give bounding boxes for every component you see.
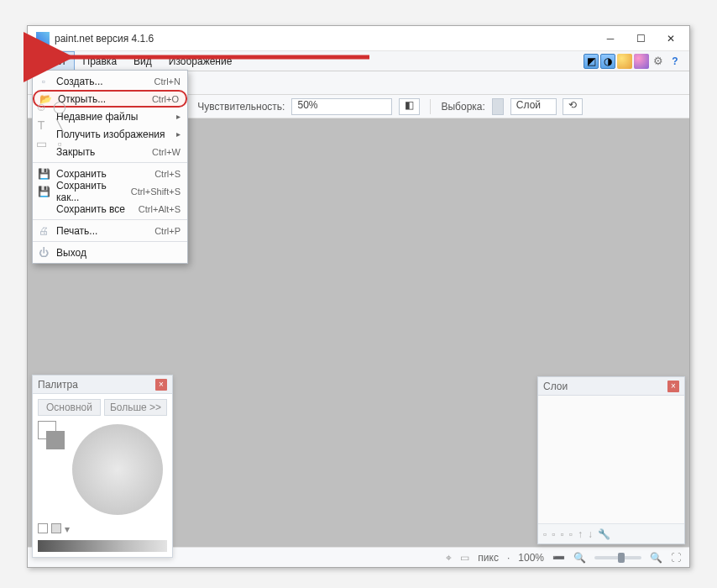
submenu-arrow-icon: ▸ bbox=[176, 112, 181, 121]
settings-icon[interactable]: ⚙ bbox=[651, 54, 666, 69]
maximize-button[interactable]: ☐ bbox=[625, 27, 656, 50]
zoom-value: 100% bbox=[518, 552, 544, 564]
app-icon bbox=[36, 32, 50, 45]
more-button[interactable]: Больше >> bbox=[104, 399, 167, 416]
menu-separator bbox=[33, 162, 187, 163]
menubar: Файл Правка Вид Изображение ◩ ◑ ⚙ ? bbox=[28, 51, 689, 71]
color-wheel[interactable] bbox=[72, 424, 163, 515]
help-icon[interactable]: ? bbox=[667, 54, 683, 69]
toolbox: ☺◯ T╲ ▭▫ bbox=[33, 98, 68, 152]
zoom-in-icon[interactable]: 🔍 bbox=[650, 552, 662, 564]
delete-layer-icon[interactable]: ▫ bbox=[552, 528, 555, 540]
titlebar: paint.net версия 4.1.6 ─ ☐ ✕ bbox=[28, 26, 689, 51]
menu-separator bbox=[33, 241, 187, 242]
exit-icon: ⏻ bbox=[38, 247, 50, 259]
selection-size-icon: ▭ bbox=[460, 552, 469, 564]
selection-mode-icon[interactable]: ⟲ bbox=[563, 98, 583, 115]
menu-view[interactable]: Вид bbox=[125, 51, 160, 71]
palette-title: Палитра bbox=[38, 379, 78, 391]
tool-line-icon[interactable]: ╲ bbox=[51, 117, 68, 134]
secondary-swatch[interactable] bbox=[46, 431, 65, 449]
menu-item-exit[interactable]: ⏻ Выход bbox=[33, 244, 187, 261]
history-window-icon[interactable]: ◑ bbox=[600, 54, 615, 69]
window-title: paint.net версия 4.1.6 bbox=[55, 33, 595, 45]
menu-edit[interactable]: Правка bbox=[75, 51, 126, 71]
submenu-arrow-icon: ▸ bbox=[176, 129, 181, 139]
palette-header[interactable]: Палитра × bbox=[33, 375, 172, 394]
recent-color[interactable] bbox=[38, 523, 48, 533]
menu-item-saveall[interactable]: Сохранить все Ctrl+Alt+S bbox=[33, 200, 187, 218]
tolerance-label: Чувствительность: bbox=[197, 101, 285, 113]
fullscreen-icon[interactable]: ⛶ bbox=[671, 552, 681, 564]
colors-window-icon[interactable] bbox=[634, 54, 649, 69]
tolerance-input[interactable]: 50% bbox=[291, 98, 392, 115]
chevron-down-icon[interactable]: ▾ bbox=[65, 523, 70, 535]
gradient-strip[interactable] bbox=[38, 540, 167, 552]
tools-window-icon[interactable]: ◩ bbox=[584, 54, 599, 69]
new-file-icon: ▫ bbox=[38, 76, 50, 87]
tolerance-mode-icon[interactable]: ◧ bbox=[399, 98, 420, 115]
duplicate-layer-icon[interactable]: ▫ bbox=[561, 528, 564, 540]
move-down-icon[interactable]: ↓ bbox=[588, 528, 593, 540]
merge-layer-icon[interactable]: ▫ bbox=[569, 528, 573, 540]
move-up-icon[interactable]: ↑ bbox=[578, 528, 583, 540]
tool-rect-icon[interactable]: ▭ bbox=[33, 135, 50, 152]
menu-item-print[interactable]: 🖨 Печать... Ctrl+P bbox=[33, 222, 187, 239]
layers-window-icon[interactable] bbox=[617, 54, 632, 69]
menu-separator bbox=[33, 219, 187, 220]
layers-panel[interactable]: Слои × ▫ ▫ ▫ ▫ ↑ ↓ 🔧 bbox=[537, 376, 685, 544]
recent-color[interactable] bbox=[51, 523, 61, 533]
menu-item-create[interactable]: ▫ Создать... Ctrl+N bbox=[33, 72, 187, 90]
close-icon[interactable]: × bbox=[155, 379, 167, 391]
utility-icons: ◩ ◑ ⚙ ? bbox=[584, 51, 686, 71]
tool-person-icon[interactable]: ☺ bbox=[33, 98, 50, 115]
menu-item-saveas[interactable]: 💾 Сохранить как... Ctrl+Shift+S bbox=[33, 182, 187, 200]
zoom-slider[interactable] bbox=[594, 556, 641, 559]
tool-text-icon[interactable]: T bbox=[33, 117, 50, 134]
save-as-icon: 💾 bbox=[38, 186, 50, 197]
add-layer-icon[interactable]: ▫ bbox=[543, 528, 547, 540]
selection-label: Выборка: bbox=[441, 101, 484, 113]
separator bbox=[430, 99, 431, 114]
menu-image[interactable]: Изображение bbox=[160, 51, 241, 71]
selection-select[interactable]: Слой bbox=[510, 98, 557, 115]
selection-swatch-icon[interactable] bbox=[492, 98, 504, 115]
primary-color-select[interactable]: Основной bbox=[38, 399, 101, 416]
layers-header[interactable]: Слои × bbox=[538, 377, 684, 396]
layer-props-icon[interactable]: 🔧 bbox=[598, 528, 610, 540]
tool-more-icon[interactable]: ▫ bbox=[51, 135, 68, 152]
tool-shape-icon[interactable]: ◯ bbox=[51, 98, 68, 115]
zoom-fit-icon[interactable]: 🔍 bbox=[573, 552, 586, 564]
color-palette-panel[interactable]: Палитра × Основной Больше >> ▾ bbox=[32, 375, 173, 558]
cursor-pos-icon: ⌖ bbox=[446, 552, 452, 564]
layers-list[interactable] bbox=[538, 396, 684, 523]
unit-label[interactable]: пикс bbox=[478, 552, 499, 564]
layers-toolbar: ▫ ▫ ▫ ▫ ↑ ↓ 🔧 bbox=[538, 523, 684, 543]
menu-file[interactable]: Файл bbox=[31, 51, 75, 71]
minimize-button[interactable]: ─ bbox=[595, 27, 625, 50]
close-button[interactable]: ✕ bbox=[656, 27, 686, 50]
zoom-out-icon[interactable]: ➖ bbox=[552, 552, 565, 564]
close-icon[interactable]: × bbox=[667, 381, 679, 392]
save-icon: 💾 bbox=[38, 168, 50, 180]
layers-title: Слои bbox=[543, 381, 568, 392]
print-icon: 🖨 bbox=[38, 225, 50, 237]
